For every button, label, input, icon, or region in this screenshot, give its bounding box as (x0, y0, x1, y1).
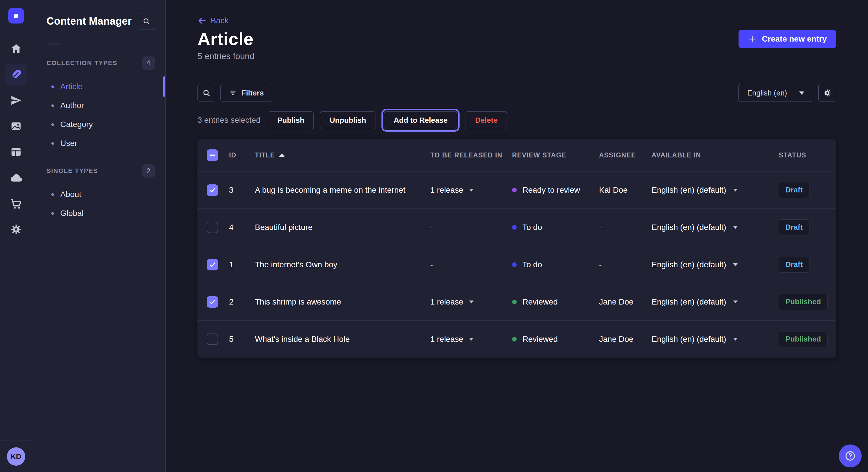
row-checkbox[interactable] (207, 334, 218, 345)
sidebar-title: Content Manager (46, 15, 132, 27)
single-types-count-badge: 2 (142, 164, 155, 177)
table-header-row: ID TITLE TO BE RELEASED IN REVIEW STAGE … (197, 139, 836, 171)
back-link[interactable]: Back (197, 16, 228, 25)
review-stage-label: Ready to review (522, 186, 580, 195)
back-arrow-icon (197, 16, 207, 25)
sidebar-item-about[interactable]: About (46, 185, 155, 204)
column-header-to-be-released-in[interactable]: TO BE RELEASED IN (430, 151, 512, 159)
sort-ascending-icon (279, 154, 285, 157)
search-button[interactable] (197, 84, 215, 102)
row-assignee: - (599, 260, 652, 269)
row-release-value: 1 release (430, 297, 463, 307)
content-manager-feather-icon[interactable] (5, 64, 27, 86)
single-types-label: SINGLE TYPES (46, 167, 98, 175)
bullet-icon (51, 142, 54, 145)
release-caret[interactable] (469, 189, 474, 192)
collection-types-section: COLLECTION TYPES 4 Article Author Catego… (46, 57, 155, 153)
review-stage-label: Reviewed (522, 297, 558, 307)
publish-button[interactable]: Publish (268, 111, 314, 129)
help-button[interactable] (839, 444, 862, 467)
row-id: 1 (229, 260, 255, 269)
back-label: Back (211, 16, 228, 25)
column-header-review-stage[interactable]: REVIEW STAGE (512, 151, 599, 159)
sidebar-item-author[interactable]: Author (46, 96, 155, 115)
row-checkbox[interactable] (207, 259, 218, 270)
review-stage-dot (512, 262, 517, 267)
filters-button[interactable]: Filters (220, 84, 272, 102)
sidebar-search-button[interactable] (138, 12, 155, 30)
locale-caret[interactable] (733, 226, 738, 229)
content-type-builder-icon[interactable] (5, 141, 27, 163)
row-release-value: - (430, 260, 433, 269)
release-caret[interactable] (469, 301, 474, 303)
cloud-icon[interactable] (5, 167, 27, 189)
review-stage-label: Reviewed (522, 335, 558, 344)
sidebar-divider (46, 43, 60, 44)
app-root: KD Content Manager COLLECTION TYPES 4 Ar… (0, 0, 868, 472)
create-new-entry-button[interactable]: Create new entry (739, 30, 836, 48)
sidebar-item-label: Author (60, 101, 84, 110)
review-stage-dot (512, 337, 517, 341)
add-to-release-button[interactable]: Add to Release (384, 111, 457, 129)
release-caret[interactable] (469, 338, 474, 341)
table-row[interactable]: 1 The internet's Own boy - To do - Engli… (197, 246, 836, 283)
selection-bar: 3 entries selected Publish Unpublish Add… (197, 111, 836, 129)
strapi-logo[interactable] (8, 8, 24, 24)
locale-caret[interactable] (733, 338, 738, 341)
table-row[interactable]: 2 This shrimp is awesome 1 release Revie… (197, 283, 836, 320)
column-header-assignee[interactable]: ASSIGNEE (599, 151, 652, 159)
column-header-status[interactable]: STATUS (779, 151, 827, 159)
row-checkbox[interactable] (207, 184, 218, 196)
column-header-title[interactable]: TITLE (255, 151, 430, 159)
media-library-icon[interactable] (5, 115, 27, 137)
collection-types-label: COLLECTION TYPES (46, 59, 117, 67)
locale-value: English (en) (747, 89, 787, 98)
settings-gear-icon[interactable] (5, 218, 27, 240)
row-release-value: 1 release (430, 186, 463, 195)
releases-send-icon[interactable] (5, 90, 27, 111)
filter-icon (229, 89, 237, 97)
sidebar-item-user[interactable]: User (46, 134, 155, 153)
bullet-icon (51, 123, 54, 126)
home-icon[interactable] (5, 38, 27, 60)
single-types-section: SINGLE TYPES 2 About Global (46, 164, 155, 223)
entries-table: ID TITLE TO BE RELEASED IN REVIEW STAGE … (197, 139, 836, 358)
table-row[interactable]: 3 A bug is becoming a meme on the intern… (197, 171, 836, 208)
sidebar-item-label: Article (60, 82, 83, 91)
user-avatar[interactable]: KD (7, 447, 25, 466)
review-stage-dot (512, 300, 517, 304)
main-content: Back Article Create new entry 5 entries … (166, 0, 868, 472)
plus-icon (748, 35, 756, 43)
sidebar-item-label: About (60, 190, 81, 199)
locale-caret[interactable] (733, 189, 738, 192)
locale-caret[interactable] (733, 301, 738, 303)
row-locale-value: English (en) (default) (652, 335, 726, 344)
column-header-id[interactable]: ID (229, 151, 255, 159)
filters-label: Filters (241, 89, 264, 98)
column-header-available-in[interactable]: AVAILABLE IN (652, 151, 779, 159)
marketplace-cart-icon[interactable] (5, 193, 27, 214)
row-title: A bug is becoming a meme on the internet (255, 186, 430, 195)
row-checkbox[interactable] (207, 222, 218, 233)
row-locale-value: English (en) (default) (652, 260, 726, 269)
row-checkbox[interactable] (207, 296, 218, 308)
row-release-value: - (430, 223, 433, 232)
delete-button[interactable]: Delete (466, 111, 507, 129)
locale-select[interactable]: English (en) (738, 84, 813, 102)
bullet-icon (51, 212, 54, 215)
review-stage-dot (512, 225, 517, 230)
bullet-icon (51, 86, 54, 88)
table-row[interactable]: 5 What's inside a Black Hole 1 release R… (197, 320, 836, 358)
review-stage-label: To do (522, 223, 542, 232)
table-row[interactable]: 4 Beautiful picture - To do - English (e… (197, 208, 836, 246)
locale-caret[interactable] (733, 263, 738, 266)
status-badge: Draft (779, 182, 809, 198)
select-all-checkbox[interactable] (207, 149, 218, 161)
sidebar-item-article[interactable]: Article (46, 77, 155, 96)
view-settings-button[interactable] (818, 84, 836, 102)
row-id: 4 (229, 223, 255, 232)
unpublish-button[interactable]: Unpublish (320, 111, 375, 129)
sidebar-item-label: Global (60, 209, 84, 218)
sidebar-item-category[interactable]: Category (46, 115, 155, 134)
sidebar-item-global[interactable]: Global (46, 204, 155, 223)
